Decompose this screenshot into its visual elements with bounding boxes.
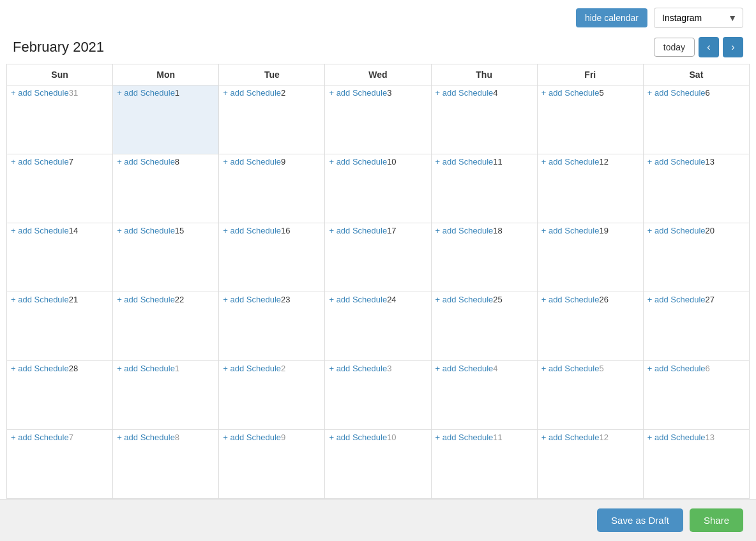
col-sun: Sun: [7, 64, 113, 85]
add-schedule-link[interactable]: + add Schedule: [11, 295, 69, 304]
add-schedule-link[interactable]: + add Schedule: [223, 226, 281, 235]
table-row: + add Schedule6: [643, 361, 749, 430]
cell-day-number: 2: [281, 88, 285, 98]
save-draft-button[interactable]: Save as Draft: [597, 508, 683, 532]
add-schedule-link[interactable]: + add Schedule: [117, 226, 175, 235]
add-schedule-link[interactable]: + add Schedule: [11, 226, 69, 235]
prev-month-button[interactable]: ‹: [699, 37, 719, 57]
add-schedule-link[interactable]: + add Schedule: [329, 226, 387, 235]
add-schedule-link[interactable]: + add Schedule: [541, 88, 600, 98]
cell-day-number: 31: [69, 88, 78, 98]
cell-day-number: 11: [493, 157, 502, 167]
add-schedule-link[interactable]: + add Schedule: [223, 88, 281, 98]
add-schedule-link[interactable]: + add Schedule: [329, 157, 387, 167]
add-schedule-link[interactable]: + add Schedule: [117, 364, 175, 373]
platform-select[interactable]: Instagram Facebook Twitter: [654, 8, 743, 28]
table-row: + add Schedule15: [113, 223, 219, 292]
add-schedule-link[interactable]: + add Schedule: [11, 364, 69, 373]
table-row: + add Schedule4: [431, 361, 537, 430]
table-row: + add Schedule24: [325, 292, 431, 361]
calendar-header-row: Sun Mon Tue Wed Thu Fri Sat: [7, 64, 750, 85]
share-button[interactable]: Share: [690, 508, 743, 532]
add-schedule-link[interactable]: + add Schedule: [223, 433, 281, 442]
add-schedule-link[interactable]: + add Schedule: [435, 226, 494, 235]
table-row: + add Schedule13: [643, 430, 749, 499]
col-sat: Sat: [643, 64, 749, 85]
table-row: + add Schedule3: [325, 361, 431, 430]
table-row: + add Schedule6: [643, 85, 749, 154]
cell-day-number: 19: [599, 226, 608, 235]
calendar-week-row: + add Schedule21+ add Schedule22+ add Sc…: [7, 292, 750, 361]
add-schedule-link[interactable]: + add Schedule: [541, 157, 600, 167]
table-row: + add Schedule21: [7, 292, 113, 361]
cell-day-number: 6: [706, 364, 710, 373]
add-schedule-link[interactable]: + add Schedule: [223, 364, 281, 373]
calendar-week-row: + add Schedule7+ add Schedule8+ add Sche…: [7, 430, 750, 499]
today-button[interactable]: today: [654, 38, 695, 57]
add-schedule-link[interactable]: + add Schedule: [11, 88, 69, 98]
add-schedule-link[interactable]: + add Schedule: [435, 433, 494, 442]
add-schedule-link[interactable]: + add Schedule: [117, 433, 175, 442]
add-schedule-link[interactable]: + add Schedule: [435, 364, 494, 373]
table-row: + add Schedule13: [643, 154, 749, 223]
add-schedule-link[interactable]: + add Schedule: [647, 226, 706, 235]
table-row: + add Schedule17: [325, 223, 431, 292]
cell-day-number: 10: [387, 433, 396, 442]
add-schedule-link[interactable]: + add Schedule: [647, 157, 706, 167]
add-schedule-link[interactable]: + add Schedule: [223, 157, 281, 167]
cell-day-number: 21: [69, 295, 78, 304]
add-schedule-link[interactable]: + add Schedule: [329, 295, 387, 304]
cell-day-number: 6: [706, 88, 710, 98]
add-schedule-link[interactable]: + add Schedule: [117, 157, 175, 167]
cell-day-number: 23: [281, 295, 290, 304]
cell-day-number: 4: [493, 364, 497, 373]
month-title: February 2021: [13, 39, 104, 56]
table-row: + add Schedule7: [7, 154, 113, 223]
table-row: + add Schedule9: [219, 430, 325, 499]
cell-day-number: 9: [281, 157, 285, 167]
calendar-week-row: + add Schedule28+ add Schedule1+ add Sch…: [7, 361, 750, 430]
table-row: + add Schedule16: [219, 223, 325, 292]
add-schedule-link[interactable]: + add Schedule: [329, 433, 387, 442]
next-month-button[interactable]: ›: [723, 37, 743, 57]
add-schedule-link[interactable]: + add Schedule: [647, 295, 706, 304]
add-schedule-link[interactable]: + add Schedule: [435, 88, 494, 98]
add-schedule-link[interactable]: + add Schedule: [117, 295, 175, 304]
add-schedule-link[interactable]: + add Schedule: [11, 433, 69, 442]
add-schedule-link[interactable]: + add Schedule: [117, 88, 175, 98]
table-row: + add Schedule18: [431, 223, 537, 292]
table-row: + add Schedule12: [537, 154, 643, 223]
table-row: + add Schedule2: [219, 85, 325, 154]
cell-day-number: 15: [175, 226, 184, 235]
table-row: + add Schedule14: [7, 223, 113, 292]
add-schedule-link[interactable]: + add Schedule: [541, 295, 600, 304]
table-row: + add Schedule25: [431, 292, 537, 361]
cell-day-number: 13: [706, 157, 714, 167]
add-schedule-link[interactable]: + add Schedule: [647, 364, 706, 373]
add-schedule-link[interactable]: + add Schedule: [541, 433, 600, 442]
add-schedule-link[interactable]: + add Schedule: [647, 433, 706, 442]
cell-day-number: 5: [599, 364, 603, 373]
add-schedule-link[interactable]: + add Schedule: [541, 364, 600, 373]
cell-day-number: 18: [493, 226, 502, 235]
col-mon: Mon: [113, 64, 219, 85]
hide-calendar-button[interactable]: hide calendar: [576, 8, 647, 27]
cell-day-number: 7: [69, 157, 73, 167]
cell-day-number: 11: [493, 433, 502, 442]
add-schedule-link[interactable]: + add Schedule: [329, 88, 387, 98]
table-row: + add Schedule28: [7, 361, 113, 430]
cell-day-number: 8: [175, 433, 179, 442]
table-row: + add Schedule12: [537, 430, 643, 499]
add-schedule-link[interactable]: + add Schedule: [223, 295, 281, 304]
add-schedule-link[interactable]: + add Schedule: [329, 364, 387, 373]
add-schedule-link[interactable]: + add Schedule: [647, 88, 706, 98]
calendar-week-row: + add Schedule7+ add Schedule8+ add Sche…: [7, 154, 750, 223]
add-schedule-link[interactable]: + add Schedule: [11, 157, 69, 167]
cell-day-number: 12: [599, 433, 608, 442]
add-schedule-link[interactable]: + add Schedule: [541, 226, 600, 235]
table-row: + add Schedule1: [113, 361, 219, 430]
add-schedule-link[interactable]: + add Schedule: [435, 157, 494, 167]
add-schedule-link[interactable]: + add Schedule: [435, 295, 494, 304]
cell-day-number: 28: [69, 364, 78, 373]
cell-day-number: 10: [387, 157, 396, 167]
